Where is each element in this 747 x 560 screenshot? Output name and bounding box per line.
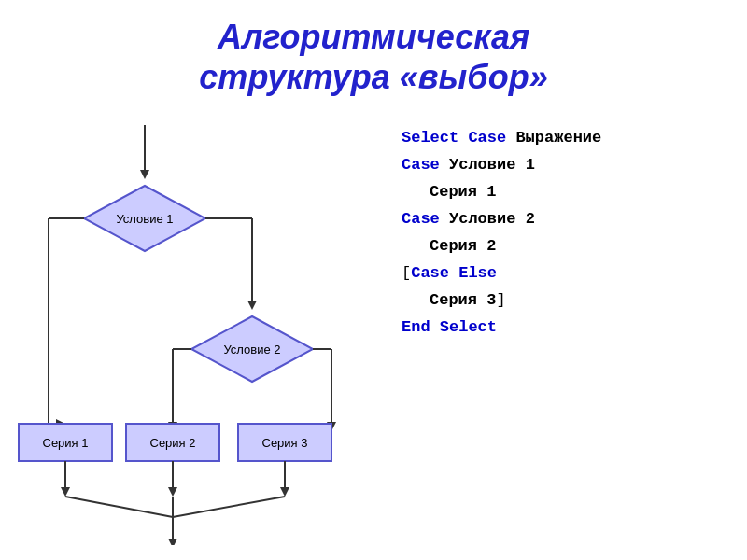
box1-label: Серия 1 [43,436,89,450]
flowchart-diagram: Условие 1 Условие 2 [0,116,392,545]
code-line-8: End Select [402,315,601,342]
svg-marker-23 [168,487,177,497]
svg-marker-21 [61,487,70,497]
keyword-select-case: Select Case [402,129,506,147]
code-block: Select Case Выражение Case Условие 1 Сер… [392,116,601,545]
keyword-case-1: Case [402,156,440,174]
box3-label: Серия 3 [262,436,308,450]
code-line-3: Серия 1 [402,179,601,206]
keyword-case-2: Case [402,210,440,228]
diamond1-label: Условие 1 [116,212,173,226]
keyword-case-else: Case Else [411,264,497,282]
flowchart-svg: Условие 1 Условие 2 [0,116,392,545]
svg-line-27 [173,497,285,517]
box2-label: Серия 2 [150,436,196,450]
svg-marker-1 [140,170,149,179]
svg-marker-9 [247,301,257,310]
code-line-7: Серия 3] [402,287,601,315]
code-line-4: Case Условие 2 [402,206,601,233]
page-title: Алгоритмическая структура «выбор» [0,0,747,97]
keyword-end-select: End Select [402,318,497,336]
svg-marker-25 [280,487,289,497]
svg-marker-30 [168,539,177,545]
code-line-5: Серия 2 [402,233,601,260]
code-line-2: Case Условие 1 [402,152,601,179]
code-line-6: [Case Else [402,260,601,287]
svg-line-26 [65,497,173,517]
diamond2-label: Условие 2 [223,343,280,357]
code-line-1: Select Case Выражение [402,125,601,152]
